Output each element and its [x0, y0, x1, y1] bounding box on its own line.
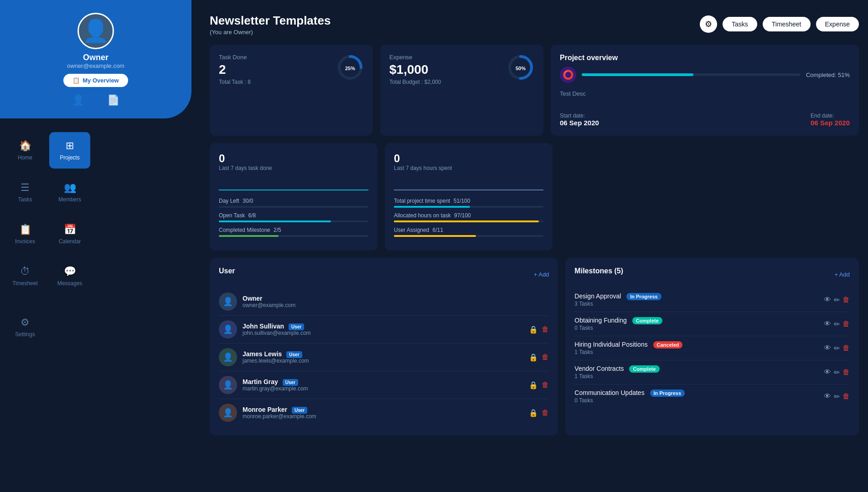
trash-icon[interactable]: 🗑	[542, 381, 549, 390]
sidebar-label-calendar: Calendar	[59, 238, 81, 245]
user-actions: 🔒 🗑	[529, 409, 549, 417]
view-icon[interactable]: 👁	[824, 296, 831, 304]
bottom-row: User + Add 👤 Owner owner@example.com 👤 J…	[210, 258, 859, 436]
sidebar-label-messages: Messages	[57, 280, 83, 287]
trash-icon[interactable]: 🗑	[542, 353, 549, 362]
milestone-actions: 👁 ✏ 🗑	[824, 320, 850, 328]
last7-tasks-card: 0 Last 7 days task done Day Left 30/0 Op…	[210, 143, 377, 251]
sidebar-item-timesheet[interactable]: ⏱ Timesheet	[5, 258, 46, 294]
user-info: Monroe Parker User monroe.parker@example…	[243, 406, 529, 420]
project-overview-card: Project overview ⭕ Completed: 51% Test D…	[551, 45, 859, 136]
milestone-info: Design Approval In Progress 3 Tasks	[574, 292, 824, 307]
po-description: Test Desc	[560, 90, 850, 97]
calendar-icon: 📅	[64, 224, 76, 236]
total-time-spent-progress: Total project time spent 51/100	[394, 198, 543, 208]
task-done-value: 2	[219, 62, 251, 77]
milestone-row: Design Approval In Progress 3 Tasks 👁 ✏ …	[574, 288, 850, 312]
sidebar-item-tasks[interactable]: ☰ Tasks	[5, 174, 46, 210]
expense-label: Expense	[389, 54, 441, 61]
delete-icon[interactable]: 🗑	[842, 344, 850, 353]
milestone-row: Hiring Individual Positions Canceled 1 T…	[574, 336, 850, 360]
sidebar-item-calendar[interactable]: 📅 Calendar	[49, 216, 90, 252]
delete-icon[interactable]: 🗑	[842, 368, 850, 377]
timesheet-button[interactable]: Timesheet	[763, 17, 811, 31]
user-section-header: User + Add	[219, 267, 549, 282]
milestone-row: Communication Updates In Progress 0 Task…	[574, 384, 850, 408]
middle-row: 0 Last 7 days task done Day Left 30/0 Op…	[210, 143, 859, 251]
milestone-card: Milestones (5) + Add Design Approval In …	[565, 258, 859, 436]
milestone-actions: 👁 ✏ 🗑	[824, 296, 850, 304]
top-profile-panel: 👤 Owner owner@example.com 📋 My Overview …	[0, 0, 191, 118]
sidebar-item-home[interactable]: 🏠 Home	[5, 132, 46, 169]
trash-icon[interactable]: 🗑	[542, 409, 549, 417]
expense-percent: 50%	[516, 66, 526, 71]
milestone-actions: 👁 ✏ 🗑	[824, 368, 850, 377]
lock-icon[interactable]: 🔒	[529, 325, 538, 334]
user-avatar: 👤	[219, 376, 237, 394]
sidebar-item-invoices[interactable]: 📋 Invoices	[5, 216, 46, 252]
view-icon[interactable]: 👁	[824, 320, 831, 328]
add-milestone-button[interactable]: + Add	[834, 271, 850, 278]
milestone-section-title: Milestones (5)	[574, 267, 623, 275]
user-avatar: 👤	[219, 320, 237, 338]
trash-icon[interactable]: 🗑	[542, 325, 549, 334]
lock-icon[interactable]: 🔒	[529, 381, 538, 390]
milestone-info: Communication Updates In Progress 0 Task…	[574, 389, 824, 404]
edit-icon[interactable]: ✏	[834, 344, 840, 353]
profile-icon[interactable]: 👤	[72, 94, 84, 106]
tasks-button[interactable]: Tasks	[723, 17, 757, 31]
user-info: Owner owner@example.com	[243, 295, 549, 308]
delete-icon[interactable]: 🗑	[842, 392, 850, 401]
po-avatar-icon: ⭕	[563, 69, 574, 80]
expense-button[interactable]: Expense	[816, 17, 859, 31]
day-left-progress: Day Left 30/0	[219, 198, 368, 208]
lock-icon[interactable]: 🔒	[529, 353, 538, 362]
gear-button[interactable]: ⚙	[700, 15, 717, 33]
page-title: Newsletter Templates	[210, 14, 331, 28]
view-icon[interactable]: 👁	[824, 392, 831, 401]
sidebar-label-timesheet: Timesheet	[12, 280, 38, 287]
projects-icon: ⊞	[66, 140, 74, 152]
project-overview-title: Project overview	[560, 54, 618, 62]
milestone-info: Obtaining Funding Complete 0 Tasks	[574, 317, 824, 331]
user-section-title: User	[219, 267, 235, 275]
delete-icon[interactable]: 🗑	[842, 296, 850, 304]
add-user-button[interactable]: + Add	[534, 271, 549, 278]
timesheet-icon: ⏱	[20, 266, 30, 277]
edit-icon[interactable]: ✏	[834, 296, 840, 304]
sidebar-label-settings: Settings	[15, 331, 35, 338]
po-avatar: ⭕	[560, 67, 576, 83]
sidebar-item-settings[interactable]: ⚙ Settings	[5, 309, 46, 345]
sidebar-label-members: Members	[58, 196, 81, 203]
document-icon[interactable]: 📄	[107, 94, 119, 106]
edit-icon[interactable]: ✏	[834, 392, 840, 401]
sidebar-label-projects: Projects	[60, 154, 79, 161]
po-completed-pct: Completed: 51%	[806, 72, 850, 78]
my-overview-button[interactable]: 📋 My Overview	[63, 74, 128, 87]
last7-hours-value: 0	[394, 152, 543, 165]
overview-icon: 📋	[72, 77, 80, 84]
milestone-actions: 👁 ✏ 🗑	[824, 392, 850, 401]
delete-icon[interactable]: 🗑	[842, 320, 850, 328]
invoices-icon: 📋	[19, 224, 31, 236]
sidebar-item-messages[interactable]: 💬 Messages	[49, 258, 90, 294]
milestone-actions: 👁 ✏ 🗑	[824, 344, 850, 353]
sidebar-item-members[interactable]: 👥 Members	[49, 174, 90, 210]
main-content: Newsletter Templates (You are Owner) ⚙ T…	[91, 0, 868, 492]
milestone-info: Vendor Contracts Complete 1 Tasks	[574, 365, 824, 379]
view-icon[interactable]: 👁	[824, 368, 831, 377]
edit-icon[interactable]: ✏	[834, 368, 840, 377]
task-done-card: Task Done 2 Total Task : 8 25%	[210, 45, 373, 136]
milestone-section-header: Milestones (5) + Add	[574, 267, 850, 282]
view-icon[interactable]: 👁	[824, 344, 831, 353]
edit-icon[interactable]: ✏	[834, 320, 840, 328]
sidebar-item-projects[interactable]: ⊞ Projects	[49, 132, 90, 169]
expense-progress: 50%	[507, 54, 534, 83]
user-info: Martin Gray User martin.gray@example.com	[243, 378, 529, 392]
expense-value: $1,000	[389, 62, 441, 77]
task-done-progress: 25%	[336, 54, 364, 83]
lock-icon[interactable]: 🔒	[529, 409, 538, 417]
po-spacer	[560, 143, 859, 251]
header-row: Newsletter Templates (You are Owner) ⚙ T…	[210, 9, 859, 36]
user-actions: 🔒 🗑	[529, 381, 549, 390]
